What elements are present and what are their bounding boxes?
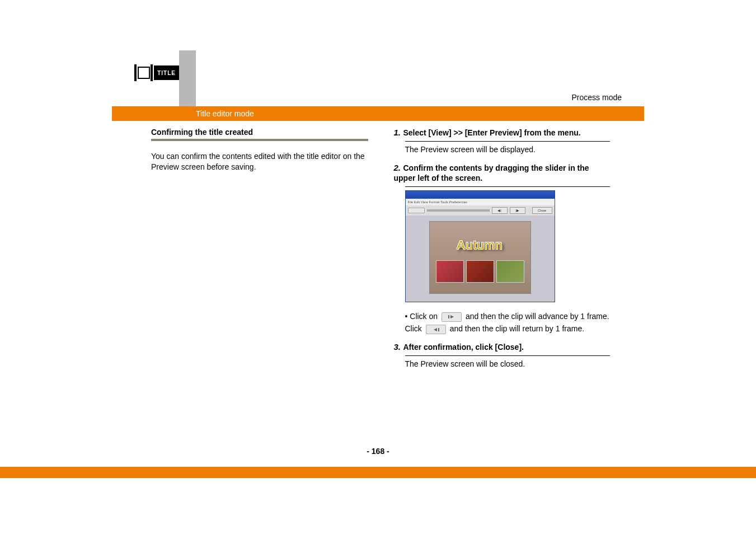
heading-rule bbox=[151, 139, 368, 141]
bullet-text-3: and then the clip will return by 1 frame… bbox=[450, 324, 584, 333]
bullet-text-1: • Click on bbox=[405, 312, 440, 321]
decorative-gray-block bbox=[179, 50, 196, 109]
screenshot-menubar: File Edit View Format Tools Preferences bbox=[406, 199, 555, 205]
title-icon: TITLE bbox=[134, 62, 179, 84]
left-column: Confirming the title created You can con… bbox=[151, 128, 368, 377]
screenshot-thumb-3 bbox=[496, 260, 524, 283]
screenshot-titlebar bbox=[406, 191, 555, 199]
screenshot-canvas: Autumn bbox=[406, 216, 555, 302]
step-1: 1. Select [View] >> [Enter Preview] from… bbox=[394, 128, 611, 138]
screenshot-thumb-2 bbox=[466, 260, 494, 283]
step-2-number: 2. bbox=[394, 163, 401, 172]
film-strip-icon bbox=[134, 64, 153, 81]
screenshot-autumn-text: Autumn bbox=[457, 238, 503, 252]
screenshot-thumbnails bbox=[436, 260, 524, 283]
step-2-rule bbox=[405, 186, 610, 187]
screenshot-frame-fwd: |▶ bbox=[510, 207, 525, 214]
svg-rect-0 bbox=[448, 315, 449, 318]
step-1-rule bbox=[405, 141, 610, 142]
screenshot-play-button bbox=[408, 208, 425, 213]
title-icon-label: TITLE bbox=[154, 65, 179, 80]
step-3-number: 3. bbox=[394, 342, 401, 352]
step-3-text: After confirmation, click [Close]. bbox=[403, 343, 523, 352]
preview-screenshot: File Edit View Format Tools Preferences … bbox=[405, 190, 555, 302]
step-2: 2. Confirm the contents by dragging the … bbox=[394, 163, 611, 183]
step-1-subtext: The Preview screen will be displayed. bbox=[405, 145, 611, 154]
svg-marker-2 bbox=[434, 328, 437, 331]
step-3: 3. After confirmation, click [Close]. bbox=[394, 342, 611, 352]
right-column: 1. Select [View] >> [Enter Preview] from… bbox=[394, 128, 611, 377]
page-number: - 168 - bbox=[0, 447, 756, 456]
step-1-text: Select [View] >> [Enter Preview] from th… bbox=[403, 128, 580, 137]
process-mode-label: Process mode bbox=[572, 93, 622, 102]
step-3-subtext: The Preview screen will be closed. bbox=[405, 359, 611, 368]
frame-back-icon bbox=[426, 325, 446, 334]
frame-forward-icon bbox=[442, 312, 462, 322]
screenshot-thumb-1 bbox=[436, 260, 464, 283]
section-paragraph: You can confirm the contents edited with… bbox=[151, 151, 368, 172]
content-area: Confirming the title created You can con… bbox=[151, 128, 611, 377]
bullet-note: • Click on and then the clip will advanc… bbox=[405, 310, 611, 335]
section-heading: Confirming the title created bbox=[151, 128, 368, 137]
screenshot-close-button: Close bbox=[532, 207, 552, 214]
step-1-number: 1. bbox=[394, 128, 401, 137]
mode-label: Title editor mode bbox=[112, 106, 644, 121]
step-2-text: Confirm the contents by dragging the sli… bbox=[394, 163, 589, 182]
svg-rect-3 bbox=[438, 328, 439, 331]
screenshot-frame-back: ◀| bbox=[492, 207, 508, 214]
screenshot-preview-area: Autumn bbox=[429, 221, 531, 294]
screenshot-controls: ◀| |▶ Close bbox=[406, 205, 555, 216]
screenshot-slider bbox=[427, 209, 490, 212]
step-3-rule bbox=[405, 355, 610, 356]
mode-header-bar: Title editor mode bbox=[112, 106, 644, 121]
footer-bar bbox=[0, 467, 756, 478]
svg-marker-1 bbox=[450, 315, 454, 318]
